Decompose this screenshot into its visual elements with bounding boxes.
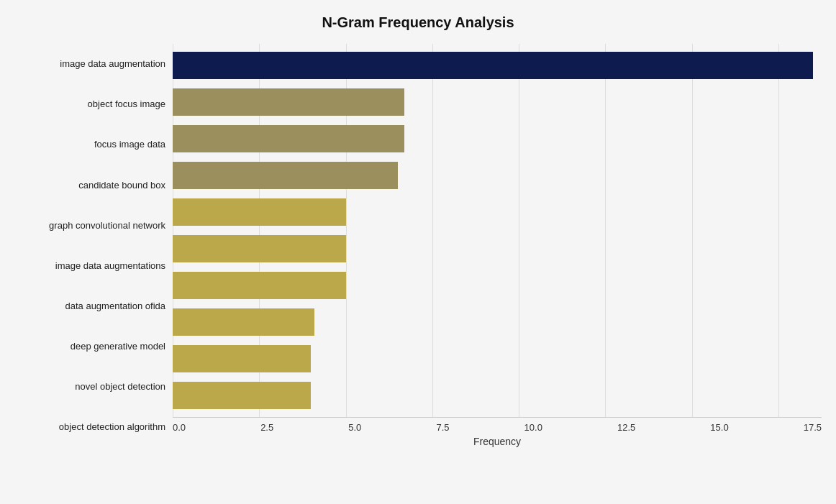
bar (173, 198, 346, 226)
bar-row (173, 377, 822, 414)
bar-row (173, 193, 822, 230)
y-label: focus image data (94, 124, 165, 165)
bar (173, 88, 404, 116)
x-tick: 10.0 (524, 422, 542, 433)
x-tick: 17.5 (804, 422, 822, 433)
bar (173, 235, 346, 262)
chart-area: image data augmentationobject focus imag… (14, 44, 822, 447)
x-tick: 15.0 (710, 422, 728, 433)
bar-row (173, 120, 822, 157)
bar (173, 162, 398, 189)
bar-row (173, 157, 822, 193)
y-label: image data augmentation (60, 44, 165, 84)
bar-row (173, 267, 822, 304)
bar (173, 52, 813, 79)
bars-wrapper (173, 44, 822, 417)
bar-row (173, 83, 822, 120)
y-label: deep generative model (71, 326, 165, 367)
y-label: object detection algorithm (59, 407, 165, 447)
bar (173, 308, 314, 336)
bar-row (173, 47, 822, 83)
bar-row (173, 230, 822, 267)
chart-title: N-Gram Frequency Analysis (14, 14, 822, 31)
x-tick: 0.0 (173, 422, 186, 433)
y-label: candidate bound box (78, 165, 165, 205)
bar (173, 125, 404, 152)
bar (173, 382, 311, 409)
y-label: graph convolutional network (49, 205, 165, 245)
bar-row (173, 304, 822, 341)
x-tick: 7.5 (436, 422, 449, 433)
bar (173, 345, 311, 372)
x-tick: 12.5 (617, 422, 635, 433)
y-label: object focus image (88, 84, 165, 124)
y-label: novel object detection (75, 367, 165, 407)
bar-row (173, 341, 822, 377)
x-axis-label: Frequency (173, 436, 822, 447)
x-axis: 0.02.55.07.510.012.515.017.5 (173, 418, 822, 433)
chart-container: N-Gram Frequency Analysis image data aug… (0, 0, 836, 504)
x-tick: 5.0 (348, 422, 361, 433)
y-labels: image data augmentationobject focus imag… (14, 44, 173, 447)
bars-and-axes: 0.02.55.07.510.012.515.017.5 Frequency (173, 44, 822, 447)
y-label: image data augmentations (55, 245, 165, 285)
x-tick: 2.5 (260, 422, 273, 433)
bars-column (173, 44, 822, 417)
y-label: data augmentation ofida (65, 286, 166, 326)
bar (173, 272, 346, 299)
